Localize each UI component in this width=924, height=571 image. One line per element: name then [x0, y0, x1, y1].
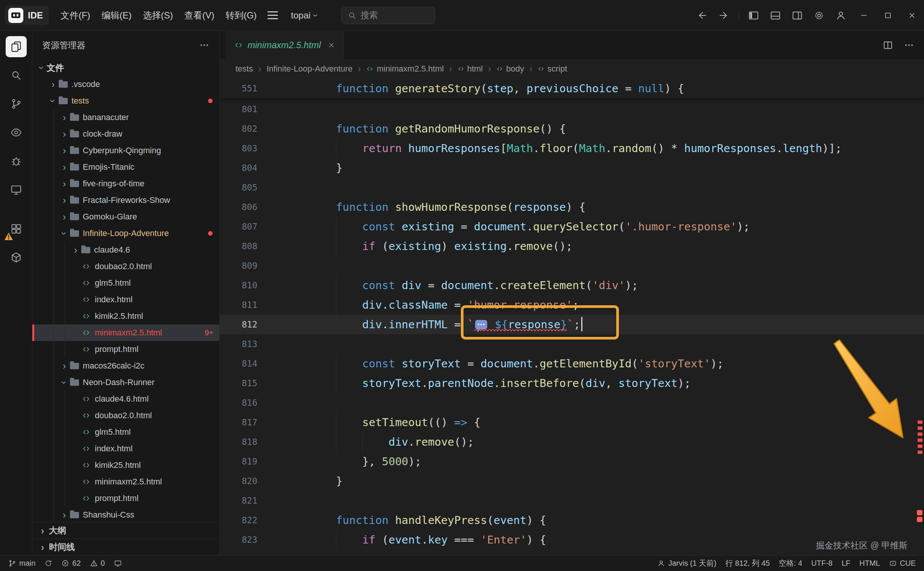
tree-item-kimik25.html[interactable]: kimik25.html: [32, 457, 219, 474]
code-line-810[interactable]: 810 const div = document.createElement('…: [220, 276, 924, 295]
activity-extensions-icon[interactable]: [6, 218, 27, 239]
status-errors[interactable]: 62: [57, 556, 85, 571]
tree-item-Fractal-Fireworks-Show[interactable]: ›Fractal-Fireworks-Show: [32, 192, 219, 208]
menu-file[interactable]: 文件(F): [55, 6, 96, 25]
code-line-804[interactable]: 804}: [220, 158, 924, 177]
arrow-back-icon[interactable]: [696, 10, 708, 21]
code-line-812[interactable]: 812 div.innerHTML = ` ${response}`;: [220, 315, 924, 334]
tree-item-glm5.html[interactable]: glm5.html: [32, 275, 219, 291]
status-warnings[interactable]: 0: [85, 556, 109, 571]
code-line-822[interactable]: 822function handleKeyPress(event) {: [220, 511, 924, 530]
tree-item-tests[interactable]: ›tests: [32, 93, 219, 109]
sticky-scroll-line[interactable]: 551function generateStory(step, previous…: [220, 79, 924, 98]
tree-item-five-rings-of-time[interactable]: ›five-rings-of-time: [32, 175, 219, 192]
tree-item-claude4.6[interactable]: ›claude4.6: [32, 242, 219, 258]
activity-debug-icon[interactable]: [6, 151, 27, 171]
code-line-817[interactable]: 817 setTimeout(() => {: [220, 412, 924, 432]
layout-sidebar-icon[interactable]: [748, 10, 759, 21]
activity-explorer-icon[interactable]: [6, 36, 27, 57]
status-cursor-position[interactable]: 行 812, 列 45: [721, 556, 774, 571]
status-cue[interactable]: CUE: [884, 556, 920, 571]
code-line-808[interactable]: 808 if (existing) existing.remove();: [220, 236, 924, 256]
status-branch[interactable]: main: [4, 556, 40, 571]
tree-item-Neon-Dash-Runner[interactable]: ›Neon-Dash-Runner: [32, 374, 219, 391]
tree-item-Cyberpunk-Qingming[interactable]: ›Cyberpunk-Qingming: [32, 142, 219, 159]
layout-secondary-sidebar-icon[interactable]: [792, 10, 803, 21]
status-remote[interactable]: [109, 556, 126, 571]
code-line-820[interactable]: 820}: [220, 471, 924, 491]
code-line-803[interactable]: 803 return humorResponses[Math.floor(Mat…: [220, 139, 924, 158]
activity-terminal-icon[interactable]: [6, 179, 27, 200]
status-eol[interactable]: LF: [837, 556, 855, 571]
hamburger-menu-icon[interactable]: [268, 11, 278, 19]
split-editor-icon[interactable]: [882, 40, 893, 51]
timeline-section[interactable]: › 时间线: [32, 539, 219, 555]
more-actions-icon[interactable]: [904, 40, 914, 51]
tree-item-clock-draw[interactable]: ›clock-draw: [32, 126, 219, 142]
breadcrumb-item-Infinite-Loop-Adventure[interactable]: Infinite-Loop-Adventure: [266, 64, 353, 74]
activity-packages-icon[interactable]: [6, 247, 27, 268]
menu-view[interactable]: 查看(V): [179, 6, 220, 25]
code-line-802[interactable]: 802function getRandomHumorResponse() {: [220, 119, 924, 139]
status-language[interactable]: HTML: [855, 556, 884, 571]
global-search[interactable]: [341, 7, 435, 24]
tree-item-Shanshui-Css[interactable]: ›Shanshui-Css: [32, 507, 219, 522]
code-line-818[interactable]: 818 div.remove();: [220, 432, 924, 452]
tree-item-bananacuter[interactable]: ›bananacuter: [32, 109, 219, 126]
tree-item-Gomoku-Glare[interactable]: ›Gomoku-Glare: [32, 208, 219, 225]
tree-item-macos26calc-i2c[interactable]: ›macos26calc-i2c: [32, 358, 219, 374]
code-line-821[interactable]: 821: [220, 491, 924, 511]
activity-search-icon[interactable]: [6, 65, 27, 86]
close-icon[interactable]: [900, 0, 924, 31]
status-sync[interactable]: [40, 556, 57, 571]
breadcrumb-item-tests[interactable]: tests: [236, 64, 253, 74]
layout-panel-icon[interactable]: [770, 10, 781, 21]
menu-selection[interactable]: 选择(S): [137, 6, 179, 25]
code-line-819[interactable]: 819 }, 5000);: [220, 452, 924, 471]
code-line-809[interactable]: 809: [220, 256, 924, 276]
tree-item-kimik2.5.html[interactable]: kimik2.5.html: [32, 308, 219, 324]
tree-item-doubao2.0.html[interactable]: doubao2.0.html: [32, 407, 219, 424]
app-logo[interactable]: IDE: [5, 6, 49, 25]
tree-item-index.html[interactable]: index.html: [32, 440, 219, 457]
tree-item-.vscode[interactable]: ›.vscode: [32, 76, 219, 93]
status-indentation[interactable]: 空格: 4: [774, 556, 807, 571]
search-input[interactable]: [360, 10, 420, 20]
tree-item-Emojis-Titanic[interactable]: ›Emojis-Titanic: [32, 159, 219, 175]
breadcrumb-item-body[interactable]: body: [496, 64, 524, 74]
tree-item-minimaxm2.5.html[interactable]: minimaxm2.5.html9+: [32, 324, 219, 341]
more-actions-icon[interactable]: [199, 40, 209, 51]
settings-gear-icon[interactable]: [813, 10, 825, 21]
maximize-icon[interactable]: [876, 0, 900, 31]
code-line-813[interactable]: 813: [220, 334, 924, 354]
status-encoding[interactable]: UTF-8: [807, 556, 837, 571]
code-editor[interactable]: 551function generateStory(step, previous…: [220, 79, 924, 555]
tree-item-doubao2.0.html[interactable]: doubao2.0.html: [32, 258, 219, 275]
tree-item-prompt.html[interactable]: prompt.html: [32, 341, 219, 358]
code-line-806[interactable]: 806function showHumorResponse(response) …: [220, 197, 924, 217]
tree-section-files[interactable]: ›文件: [32, 59, 219, 76]
tree-item-Infinite-Loop-Adventure[interactable]: ›Infinite-Loop-Adventure: [32, 225, 219, 242]
tree-item-minimaxm2.5.html[interactable]: minimaxm2.5.html: [32, 474, 219, 490]
account-icon[interactable]: [835, 10, 847, 21]
tree-item-glm5.html[interactable]: glm5.html: [32, 424, 219, 440]
code-line-816[interactable]: 816: [220, 393, 924, 412]
activity-preview-icon[interactable]: [6, 122, 27, 143]
menu-edit[interactable]: 编辑(E): [96, 6, 137, 25]
code-line-811[interactable]: 811 div.className = 'humor-response';: [220, 295, 924, 315]
tree-item-claude4.6.html[interactable]: claude4.6.html: [32, 391, 219, 407]
workspace-switcher[interactable]: topai ›: [291, 10, 317, 21]
code-line-814[interactable]: 814 const storyText = document.getElemen…: [220, 354, 924, 373]
breadcrumb-item-html[interactable]: html: [457, 64, 483, 74]
status-blame[interactable]: Jarvis (1 天前): [653, 556, 721, 571]
code-line-807[interactable]: 807 const existing = document.querySelec…: [220, 217, 924, 236]
tree-item-index.html[interactable]: index.html: [32, 291, 219, 308]
arrow-forward-icon[interactable]: [718, 10, 730, 21]
tab-close-icon[interactable]: [328, 42, 335, 49]
outline-section[interactable]: › 大纲: [32, 522, 219, 539]
code-line-805[interactable]: 805: [220, 177, 924, 197]
tree-item-prompt.html[interactable]: prompt.html: [32, 490, 219, 507]
menu-goto[interactable]: 转到(G): [220, 6, 263, 25]
code-line-801[interactable]: 801: [220, 99, 924, 119]
breadcrumb-item-script[interactable]: script: [537, 64, 567, 74]
